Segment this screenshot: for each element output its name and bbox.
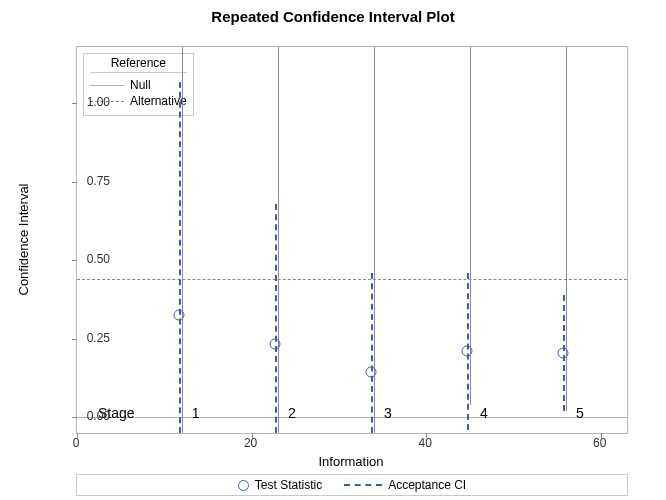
stage-number-label: 1: [192, 405, 200, 421]
alternative-reference-line: [77, 279, 627, 280]
test-statistic-point: [269, 338, 280, 349]
legend-test-statistic-label: Test Statistic: [255, 478, 322, 492]
null-swatch-icon: [90, 85, 124, 86]
x-tick-label: 20: [244, 436, 257, 450]
plot-area: Reference Null Alternative Stage12345: [76, 46, 628, 434]
stage-solid-line: [182, 47, 183, 433]
acceptance-ci-line: [371, 273, 373, 433]
x-axis-label: Information: [76, 454, 626, 469]
x-tick-label: 60: [593, 436, 606, 450]
stage-number-label: 4: [480, 405, 488, 421]
y-tick-label: 0.00: [70, 409, 110, 423]
reference-legend-null: Null: [90, 77, 187, 93]
chart-container: Repeated Confidence Interval Plot Confid…: [0, 0, 666, 500]
legend-test-statistic: Test Statistic: [238, 478, 322, 492]
y-axis-label: Confidence Interval: [16, 183, 31, 295]
x-tick-label: 0: [73, 436, 80, 450]
stage-number-label: 2: [288, 405, 296, 421]
test-statistic-point: [365, 366, 376, 377]
x-tick-label: 40: [419, 436, 432, 450]
y-axis-label-wrap: Confidence Interval: [14, 46, 32, 432]
null-reference-line: [77, 417, 627, 418]
chart-title: Repeated Confidence Interval Plot: [0, 8, 666, 25]
acceptance-ci-line: [179, 82, 181, 433]
dash-line-icon: [344, 484, 382, 486]
reference-legend-null-label: Null: [130, 78, 151, 92]
y-tick-label: 0.25: [70, 331, 110, 345]
y-tick-label: 1.00: [70, 95, 110, 109]
test-statistic-point: [461, 346, 472, 357]
legend-acceptance-ci: Acceptance CI: [344, 478, 466, 492]
acceptance-ci-line: [275, 204, 277, 433]
stage-solid-line: [278, 47, 279, 433]
stage-number-label: 5: [576, 405, 584, 421]
reference-legend-header: Reference: [90, 56, 187, 73]
test-statistic-point: [173, 310, 184, 321]
stage-number-label: 3: [384, 405, 392, 421]
circle-marker-icon: [238, 480, 249, 491]
y-tick-label: 0.50: [70, 252, 110, 266]
y-tick-label: 0.75: [70, 174, 110, 188]
legend-acceptance-ci-label: Acceptance CI: [388, 478, 466, 492]
test-statistic-point: [557, 347, 568, 358]
series-legend: Test Statistic Acceptance CI: [76, 474, 628, 496]
